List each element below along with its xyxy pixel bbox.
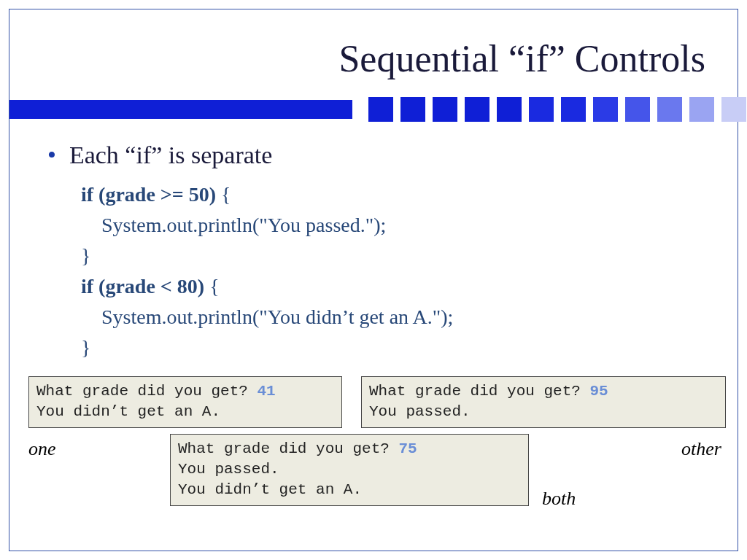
stripe-square [593, 97, 618, 122]
stripe-square [561, 97, 586, 122]
code-line-5: System.out.println("You didn’t get an A.… [81, 302, 716, 332]
output-3-num: 75 [398, 440, 417, 457]
stripe-squares [368, 97, 747, 122]
code-line-1: if (grade >= 50) { [81, 179, 716, 210]
output-3-line-2: You passed. [178, 459, 521, 480]
label-other: other [681, 438, 721, 460]
code-line-2: System.out.println("You passed."); [81, 210, 716, 241]
output-2-line-2: You passed. [369, 402, 718, 422]
stripe-bar [9, 100, 352, 119]
code-line-3: } [81, 241, 716, 271]
slide: Sequential “if” Controls • Each “if” is … [9, 9, 738, 551]
output-1-prompt: What grade did you get? [36, 383, 257, 400]
label-one: one [28, 438, 56, 460]
output-2-num: 95 [589, 383, 608, 400]
stripe-square [400, 97, 425, 122]
stripe-square [433, 97, 457, 122]
stripe-square [689, 97, 714, 122]
code-line-6: } [81, 332, 716, 363]
output-3-line-1: What grade did you get? 75 [178, 439, 521, 459]
decorative-stripe [9, 98, 738, 121]
code-block: if (grade >= 50) { System.out.println("Y… [81, 179, 716, 363]
output-3-line-3: You didn’t get an A. [178, 480, 521, 500]
bullet-item: • Each “if” is separate [47, 141, 716, 169]
code-kw-1: if (grade >= 50) [81, 183, 216, 206]
output-1-line-2: You didn’t get an A. [36, 402, 334, 422]
output-1-num: 41 [257, 383, 275, 400]
code-line-4: if (grade < 80) { [81, 271, 716, 302]
code-brace-2: { [204, 275, 219, 298]
label-both: both [542, 488, 576, 510]
content-area: • Each “if” is separate if (grade >= 50)… [9, 121, 738, 363]
stripe-square [625, 97, 650, 122]
stripe-square [368, 97, 393, 122]
output-box-3: What grade did you get? 75 You passed. Y… [170, 434, 529, 506]
stripe-square [497, 97, 522, 122]
code-kw-2: if (grade < 80) [81, 275, 204, 298]
bullet-dot: • [47, 143, 56, 168]
code-brace-1: { [216, 183, 231, 206]
output-2-line-1: What grade did you get? 95 [369, 381, 718, 402]
output-box-2: What grade did you get? 95 You passed. [361, 376, 726, 428]
stripe-square [465, 97, 489, 122]
stripe-square [657, 97, 682, 122]
output-1-line-1: What grade did you get? 41 [36, 381, 334, 402]
bullet-text: Each “if” is separate [69, 141, 272, 169]
stripe-square [721, 97, 746, 122]
output-row: What grade did you get? 41 You didn’t ge… [28, 376, 726, 428]
output-3-prompt: What grade did you get? [178, 440, 398, 457]
slide-title: Sequential “if” Controls [9, 9, 738, 93]
output-2-prompt: What grade did you get? [369, 383, 589, 400]
bottom-area: one other What grade did you get? 75 You… [9, 434, 738, 536]
stripe-square [529, 97, 554, 122]
output-box-1: What grade did you get? 41 You didn’t ge… [28, 376, 342, 428]
